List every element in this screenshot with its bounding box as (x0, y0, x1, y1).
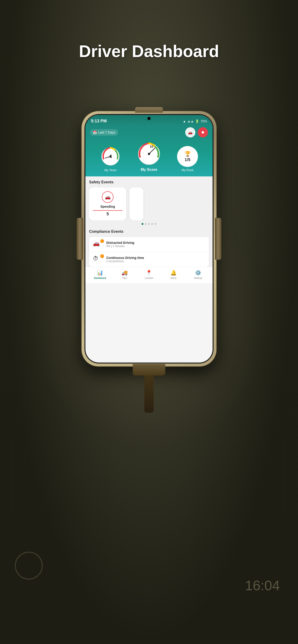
nav-trips[interactable]: 🚚 Trips (112, 270, 137, 279)
date-filter-label: Last 7 Days (98, 130, 115, 134)
dashboard-nav-icon: 📊 (97, 270, 103, 276)
distracted-icon-wrap: 🚗 ! (93, 240, 103, 248)
compliance-events-title: Compliance Events (89, 230, 209, 234)
safety-cards: 🚗 Speeding 5 (89, 188, 209, 220)
my-rank-label: My Rank (181, 168, 193, 172)
my-team-value: 4 (109, 154, 112, 160)
safety-card-partial (130, 188, 143, 220)
front-camera (147, 117, 151, 120)
page-title: Driver Dashboard (79, 42, 219, 61)
dot-4[interactable] (151, 223, 153, 225)
safety-events-title: Safety Events (89, 180, 209, 184)
phone-mount-right (215, 218, 221, 260)
vehicle-icon: 🚗 (188, 130, 193, 135)
signal-icon: ▲▲ (187, 120, 194, 123)
settings-nav-label: Settings (194, 277, 202, 279)
scrollable-content: Safety Events 🚗 Speeding 5 (85, 176, 213, 267)
dashboard-nav-label: Dashboard (94, 277, 106, 279)
record-btn[interactable]: ⏺ (198, 127, 208, 138)
phone-inner-frame: 5:13 PM ▲ ▲▲ 🔋 70% 📅 Last 7 Days (85, 114, 213, 364)
continuous-driving-item[interactable]: ⏱ ! Continuous Driving time 2 occurrence… (89, 252, 209, 267)
rank-value: 1/5 (184, 158, 190, 162)
speeding-icon: 🚗 (105, 194, 111, 200)
phone-container: 5:13 PM ▲ ▲▲ 🔋 70% 📅 Last 7 Days (82, 111, 216, 366)
speeding-card-name: Speeding (100, 205, 115, 208)
battery-icon: 🔋 (195, 120, 199, 123)
status-bar: 5:13 PM ▲ ▲▲ 🔋 70% (85, 115, 213, 126)
compliance-list: 🚗 ! Distracted Driving 0% | 2 minutes ⏱ (89, 237, 209, 267)
phone-mount-top (135, 107, 163, 113)
calendar-icon: 📅 (93, 130, 97, 134)
record-icon: ⏺ (201, 130, 205, 134)
bg-clock-display: 16:04 (245, 579, 268, 592)
header-actions: 🚗 ⏺ (185, 127, 208, 138)
warning-badge-distracted: ! (100, 239, 104, 243)
wifi-icon: ▲ (183, 120, 186, 123)
my-rank-widget[interactable]: 🏆 1/5 My Rank (177, 146, 198, 172)
trips-nav-icon: 🚚 (121, 270, 128, 276)
my-team-widget[interactable]: 4 My Team (100, 146, 121, 172)
my-score-label: My Score (141, 168, 157, 172)
scores-row: 4 My Team (90, 141, 208, 172)
svg-text:10: 10 (150, 145, 153, 148)
app-header: 📅 Last 7 Days 🚗 ⏺ (85, 126, 213, 176)
phone-screen: 5:13 PM ▲ ▲▲ 🔋 70% 📅 Last 7 Days (85, 115, 213, 362)
nav-dashboard[interactable]: 📊 Dashboard (88, 270, 112, 279)
alerts-nav-label: Alerts (171, 277, 177, 279)
rank-circle: 🏆 1/5 (177, 146, 198, 167)
carousel-dots (89, 223, 209, 225)
warning-badge-continuous: ! (100, 254, 104, 258)
continuous-detail: 2 occurrences (106, 260, 205, 263)
continuous-name: Continuous Driving time (106, 256, 205, 260)
distracted-icon: 🚗 (93, 240, 100, 246)
location-nav-icon: 📍 (146, 270, 152, 276)
continuous-text: Continuous Driving time 2 occurrences (106, 256, 205, 263)
nav-location[interactable]: 📍 Location (137, 270, 161, 279)
location-nav-label: Location (145, 277, 153, 279)
dot-1[interactable] (142, 223, 143, 225)
settings-nav-icon: ⚙️ (195, 270, 201, 276)
nav-alerts[interactable]: 🔔 Alerts (161, 270, 186, 279)
speeding-card-value: 5 (93, 210, 123, 216)
bg-steering-wheel (15, 552, 43, 580)
distracted-text: Distracted Driving 0% | 2 minutes (106, 241, 205, 248)
my-team-gauge: 4 (100, 146, 121, 167)
distracted-driving-item[interactable]: 🚗 ! Distracted Driving 0% | 2 minutes (89, 237, 209, 252)
trips-nav-label: Trips (122, 277, 127, 279)
alerts-nav-icon: 🔔 (170, 270, 177, 276)
status-time: 5:13 PM (91, 119, 107, 124)
nav-settings[interactable]: ⚙️ Settings (186, 270, 210, 279)
continuous-icon: ⏱ (93, 255, 98, 262)
phone-mount-bottom (133, 364, 165, 376)
my-score-gauge: 10 (136, 141, 162, 167)
speeding-card[interactable]: 🚗 Speeding 5 (89, 188, 126, 220)
battery-percent: 70% (200, 120, 207, 123)
distracted-detail: 0% | 2 minutes (106, 244, 205, 248)
continuous-icon-wrap: ⏱ ! (93, 255, 103, 264)
speeding-icon-wrap: 🚗 (102, 191, 114, 203)
svg-point-5 (148, 153, 150, 155)
distracted-name: Distracted Driving (106, 241, 205, 244)
date-filter-btn[interactable]: 📅 Last 7 Days (90, 129, 118, 136)
my-team-label: My Team (104, 168, 117, 172)
dot-5[interactable] (155, 223, 156, 225)
trophy-icon: 🏆 (184, 151, 191, 157)
phone-frame: 5:13 PM ▲ ▲▲ 🔋 70% 📅 Last 7 Days (82, 111, 216, 366)
vehicle-status-btn[interactable]: 🚗 (185, 127, 195, 138)
header-row: 📅 Last 7 Days 🚗 ⏺ (90, 127, 208, 138)
my-score-widget[interactable]: 10 My Score (136, 141, 162, 172)
dot-2[interactable] (145, 223, 147, 225)
bottom-nav: 📊 Dashboard 🚚 Trips 📍 Location 🔔 Alerts (85, 267, 213, 283)
dot-3[interactable] (148, 223, 150, 225)
status-icons: ▲ ▲▲ 🔋 70% (183, 120, 207, 123)
phone-mount-left (77, 218, 83, 260)
